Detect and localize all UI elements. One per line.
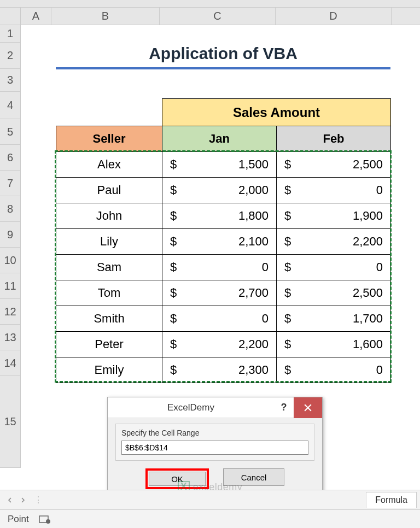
row-header-3[interactable]: 3 bbox=[0, 69, 20, 92]
seller-cell[interactable]: Lily bbox=[56, 229, 162, 255]
feb-cell[interactable]: $2,500 bbox=[277, 280, 391, 306]
seller-cell[interactable]: Emily bbox=[56, 357, 162, 383]
sheet-tabs-bar: ⋮ Formula bbox=[0, 490, 420, 509]
data-table: Sales Amount Seller Jan Feb Alex$1,500$2… bbox=[56, 98, 391, 383]
dialog-label: Specify the Cell Range bbox=[121, 429, 308, 437]
select-all-corner[interactable] bbox=[0, 8, 21, 25]
sheet-tab[interactable]: Formula bbox=[366, 492, 417, 508]
row-header-15[interactable]: 15 bbox=[0, 376, 20, 468]
jan-cell[interactable]: $2,300 bbox=[162, 357, 277, 383]
jan-cell[interactable]: $0 bbox=[162, 255, 277, 280]
svg-point-3 bbox=[46, 519, 50, 524]
empty-corner-cell bbox=[56, 99, 162, 126]
table-row: Tom$2,700$2,500 bbox=[56, 280, 391, 306]
jan-cell[interactable]: $0 bbox=[162, 306, 277, 332]
table-row: Alex$1,500$2,500 bbox=[56, 152, 391, 178]
dialog-title: ExcelDemy bbox=[108, 402, 274, 413]
feb-cell[interactable]: $1,900 bbox=[277, 203, 391, 229]
feb-cell[interactable]: $1,600 bbox=[277, 332, 391, 357]
table-row: Smith$0$1,700 bbox=[56, 306, 391, 332]
dialog-frame: Specify the Cell Range bbox=[115, 424, 314, 461]
seller-cell[interactable]: Tom bbox=[56, 280, 162, 306]
col-header-C[interactable]: C bbox=[160, 8, 276, 25]
row-header-14[interactable]: 14 bbox=[0, 350, 20, 376]
jan-cell[interactable]: $1,500 bbox=[162, 152, 277, 178]
tab-nav-next-icon[interactable] bbox=[19, 496, 27, 504]
table-row: Paul$2,000$0 bbox=[56, 178, 391, 203]
jan-cell[interactable]: $2,200 bbox=[162, 332, 277, 357]
row-header-5[interactable]: 5 bbox=[0, 119, 20, 145]
row-header-11[interactable]: 11 bbox=[0, 273, 20, 299]
col-header-B[interactable]: B bbox=[51, 8, 160, 25]
title-underline bbox=[56, 67, 390, 69]
tab-separator: ⋮ bbox=[34, 495, 43, 505]
tab-nav-prev-icon[interactable] bbox=[5, 496, 14, 504]
header-feb: Feb bbox=[277, 126, 391, 152]
feb-cell[interactable]: $2,500 bbox=[277, 152, 391, 178]
table-row: Peter$2,200$1,600 bbox=[56, 332, 391, 357]
column-headers: A B C D bbox=[0, 8, 420, 25]
dialog-titlebar[interactable]: ExcelDemy ? bbox=[108, 397, 322, 418]
feb-cell[interactable]: $0 bbox=[277, 178, 391, 203]
seller-cell[interactable]: Paul bbox=[56, 178, 162, 203]
status-mode: Point bbox=[8, 514, 29, 525]
table-row: John$1,800$1,900 bbox=[56, 203, 391, 229]
row-header-4[interactable]: 4 bbox=[0, 92, 20, 119]
row-header-7[interactable]: 7 bbox=[0, 171, 20, 196]
feb-cell[interactable]: $0 bbox=[277, 255, 391, 280]
dialog-help-button[interactable]: ? bbox=[274, 402, 294, 413]
row-header-2[interactable]: 2 bbox=[0, 43, 20, 69]
jan-cell[interactable]: $1,800 bbox=[162, 203, 277, 229]
macro-record-icon[interactable] bbox=[39, 514, 51, 524]
seller-cell[interactable]: Peter bbox=[56, 332, 162, 357]
feb-cell[interactable]: $1,700 bbox=[277, 306, 391, 332]
row-header-9[interactable]: 9 bbox=[0, 222, 20, 248]
row-header-6[interactable]: 6 bbox=[0, 145, 20, 171]
seller-cell[interactable]: John bbox=[56, 203, 162, 229]
header-sales-amount: Sales Amount bbox=[162, 99, 391, 126]
feb-cell[interactable]: $2,200 bbox=[277, 229, 391, 255]
jan-cell[interactable]: $2,100 bbox=[162, 229, 277, 255]
ok-button-highlight: OK bbox=[145, 468, 209, 489]
jan-cell[interactable]: $2,700 bbox=[162, 280, 277, 306]
feb-cell[interactable]: $0 bbox=[277, 357, 391, 383]
table-row: Lily$2,100$2,200 bbox=[56, 229, 391, 255]
table-row: Emily$2,300$0 bbox=[56, 357, 391, 383]
table-row: Sam$0$0 bbox=[56, 255, 391, 280]
status-bar: Point bbox=[0, 509, 420, 528]
cell-range-input[interactable] bbox=[121, 441, 308, 455]
input-dialog: ExcelDemy ? Specify the Cell Range OK Ca… bbox=[107, 397, 323, 497]
cancel-button[interactable]: Cancel bbox=[223, 468, 284, 486]
seller-cell[interactable]: Alex bbox=[56, 152, 162, 178]
header-jan: Jan bbox=[162, 126, 277, 152]
seller-cell[interactable]: Sam bbox=[56, 255, 162, 280]
row-header-1[interactable]: 1 bbox=[0, 25, 20, 43]
seller-cell[interactable]: Smith bbox=[56, 306, 162, 332]
window-top-strip bbox=[0, 0, 420, 8]
ok-button[interactable]: OK bbox=[149, 472, 206, 486]
title-cell: Application of VBA bbox=[56, 44, 390, 69]
dialog-close-button[interactable] bbox=[294, 397, 322, 418]
col-header-A[interactable]: A bbox=[21, 8, 51, 25]
header-seller: Seller bbox=[56, 126, 162, 152]
row-header-10[interactable]: 10 bbox=[0, 248, 20, 273]
row-header-12[interactable]: 12 bbox=[0, 299, 20, 325]
jan-cell[interactable]: $2,000 bbox=[162, 178, 277, 203]
page-title: Application of VBA bbox=[56, 44, 390, 63]
row-headers: 123456789101112131415 bbox=[0, 25, 21, 468]
col-header-D[interactable]: D bbox=[276, 8, 392, 25]
row-header-8[interactable]: 8 bbox=[0, 196, 20, 222]
row-header-13[interactable]: 13 bbox=[0, 325, 20, 350]
